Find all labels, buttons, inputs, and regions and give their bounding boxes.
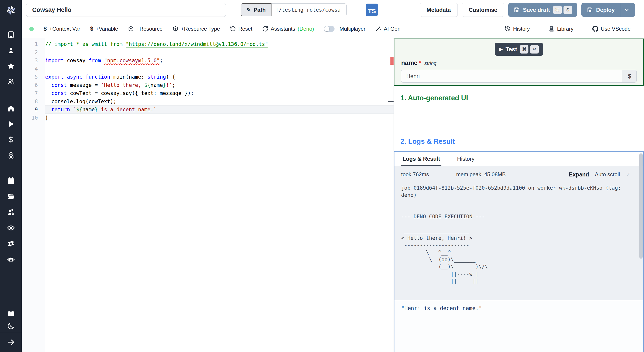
logs-result-heading: 2. Logs & Result [400,137,644,145]
users-icon[interactable] [7,78,15,86]
multiplayer-toggle[interactable] [324,26,334,32]
dollar-icon: $ [90,26,93,32]
line-number: 10 [22,114,45,122]
arrow-right-icon[interactable] [7,338,15,346]
mem-peak-label: mem peak: 45.08MB [456,171,506,178]
settings-icon[interactable] [7,240,15,248]
code-editor[interactable]: 1// import * as wmill from "https://deno… [22,38,394,352]
kbd-chip: ⌘ [553,6,562,14]
code-line[interactable]: 2 [22,48,394,57]
play-icon: ▶ [499,47,503,52]
save-shortcut: ⌘S [553,6,572,14]
chevron-down-icon[interactable] [624,7,630,13]
save-draft-label: Save draft [523,7,550,13]
log-output[interactable]: job 0189d64f-812b-525e-f020-652bd9da1100… [401,184,643,285]
building-icon[interactable] [7,31,15,39]
deploy-separator [620,3,620,17]
dollar-icon: $ [44,26,47,32]
sidebar [0,0,22,352]
dollar-icon[interactable] [7,136,15,144]
auto-generated-ui-heading: 1. Auto-generated UI [400,94,644,102]
auto-scroll-toggle[interactable]: Auto scroll [595,171,620,178]
windmill-logo[interactable] [0,0,22,20]
line-number: 2 [22,48,45,57]
code-line[interactable]: 9 return `${name} is a decent name.` [22,105,394,114]
ai-gen-button[interactable]: AI Gen [375,26,400,32]
logs-tabs: Logs & Result History [394,152,643,166]
moon-icon[interactable] [7,322,15,330]
scrollbar-thumb[interactable] [639,153,643,259]
code-line[interactable]: 7 const cowText = cowsay.say({ text: mes… [22,89,394,97]
expand-button[interactable]: Expand [569,171,589,178]
book-open-icon[interactable] [7,310,15,318]
code-lines[interactable]: 1// import * as wmill from "https://deno… [22,40,394,122]
name-input[interactable] [402,73,622,80]
reset-button[interactable]: Reset [230,26,252,32]
path-edit-button[interactable]: ✎ Path [240,3,272,16]
customise-button[interactable]: Customise [462,3,504,17]
use-vscode-button[interactable]: Use VScode [592,26,630,32]
path-value[interactable]: f/testing_roles/cowsa [272,3,346,16]
deploy-label: Deploy [596,7,615,13]
kbd-chip: ↵ [530,45,539,54]
star-icon[interactable] [7,62,15,70]
line-number: 6 [22,81,45,89]
package-icon [128,26,134,32]
code-line[interactable]: 5export async function main(name: string… [22,73,394,81]
add-resource-button[interactable]: +Resource [128,26,162,32]
editor-toolbar: $ +Context Var $ +Variable +Resource [22,20,644,38]
cursor-position-marker [388,101,394,102]
code-line[interactable]: 6 const message = `Hello there, ${name}!… [22,81,394,89]
add-resource-type-button[interactable]: +Resource Type [172,26,220,32]
status-dot [29,27,34,31]
pencil-icon: ✎ [246,7,251,13]
sidebar-group-main [0,95,22,163]
eye-icon[interactable] [7,224,15,232]
duration-label: took 762ms [401,171,429,178]
library-button[interactable]: Library [548,26,573,32]
assistants-button[interactable]: Assistants (Deno) [262,26,314,32]
wand-icon [375,26,381,32]
calendar-icon[interactable] [7,177,15,185]
tab-history[interactable]: History [456,156,475,166]
code-line[interactable]: 4 [22,65,394,73]
windmill-app: ✎ Path f/testing_roles/cowsa TS Metadata… [0,0,644,352]
line-number: 1 [22,40,45,48]
tab-logs-result[interactable]: Logs & Result [402,156,440,166]
save-draft-button[interactable]: Save draft ⌘S [508,3,577,17]
test-shortcut: ⌘↵ [520,45,539,54]
boxes-icon[interactable] [7,151,15,159]
history-button[interactable]: History [505,26,530,32]
user-icon[interactable] [7,46,15,54]
code-line[interactable]: 1// import * as wmill from "https://deno… [22,40,394,48]
refresh-icon [262,26,268,32]
code-line[interactable]: 8 console.log(cowText); [22,97,394,106]
line-number: 7 [22,89,45,97]
line-number: 9 [22,105,45,114]
test-button[interactable]: ▶ Test ⌘↵ [495,43,544,56]
folder-open-icon[interactable] [7,193,15,201]
field-type-label: string [424,60,436,66]
variable-picker-button[interactable]: $ [622,70,636,82]
preview-panel: ▶ Test ⌘↵ name * string $ 1. Auto-genera… [394,38,644,352]
logs-card: Logs & Result History took 762ms mem pea… [394,151,644,352]
code-line[interactable]: 3import cowsay from "npm:cowsay@1.5.0"; [22,56,394,65]
bot-icon[interactable] [7,255,15,263]
add-context-var-button[interactable]: $ +Context Var [44,26,80,32]
code-line[interactable]: 10} [22,114,394,122]
required-asterisk: * [419,59,421,67]
field-name-label: name [401,59,418,67]
play-icon[interactable] [7,120,15,128]
typescript-badge: TS [366,4,378,16]
deploy-button[interactable]: Deploy [582,3,635,17]
line-number: 4 [22,65,45,73]
name-field-row: $ [401,70,636,83]
multiplayer-label: Multiplayer [340,26,366,32]
user-cog-icon[interactable] [7,208,15,216]
metadata-button[interactable]: Metadata [420,3,458,17]
kbd-chip: ⌘ [520,45,528,54]
result-output[interactable]: "Henri is a decent name." [394,300,643,352]
home-icon[interactable] [7,104,15,112]
script-title-input[interactable] [26,3,226,17]
add-variable-button[interactable]: $ +Variable [90,26,118,32]
